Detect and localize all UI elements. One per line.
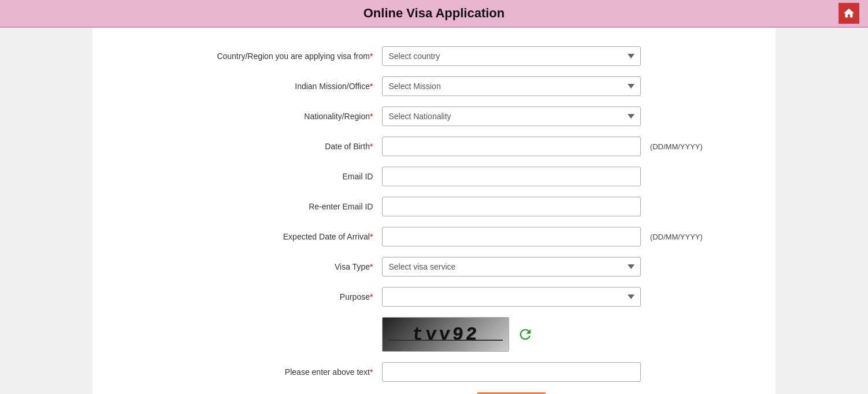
continue-row: Continue [110,389,758,394]
purpose-select[interactable] [382,287,640,307]
email-label: Email ID [110,163,377,190]
nationality-label: Nationality/Region* [110,103,377,130]
re-email-row: Re-enter Email ID [110,193,758,220]
captcha-required-star: * [370,367,373,377]
captcha-input[interactable] [382,362,640,382]
visa-type-select[interactable]: Select visa service [382,257,640,277]
dob-hint: (DD/MM/YYYY) [646,133,758,160]
visa-type-required-star: * [370,262,373,271]
country-required-star: * [370,51,373,61]
visa-type-label: Visa Type* [110,253,377,280]
header-bar: Online Visa Application [0,0,868,28]
captcha-line [388,340,503,341]
captcha-display-text: tvv92 [411,324,480,345]
nationality-row: Nationality/Region* Select Nationality [110,103,758,130]
mission-label: Indian Mission/Office* [110,73,377,100]
dob-input-cell [377,133,645,160]
purpose-required-star: * [370,292,373,301]
captcha-input-cell [377,359,645,385]
purpose-input-cell [377,283,645,310]
home-icon[interactable] [839,3,859,24]
dob-required-star: * [370,142,373,151]
purpose-label: Purpose* [110,283,377,310]
re-email-label: Re-enter Email ID [110,193,377,220]
continue-button-cell: Continue [377,389,645,394]
country-label: Country/Region you are applying visa fro… [110,43,377,69]
email-input[interactable] [382,167,640,186]
dob-label: Date of Birth* [110,133,377,160]
country-input-cell: Select country [377,43,645,69]
mission-select[interactable]: Select Mission [382,76,640,96]
mission-required-star: * [370,82,373,91]
re-email-input-cell [377,193,645,220]
captcha-image-row: tvv92 [110,314,758,355]
arrival-input-cell [377,223,645,250]
captcha-container: tvv92 [382,317,640,352]
country-row: Country/Region you are applying visa fro… [110,43,758,69]
captcha-input-label: Please enter above text* [110,359,377,385]
captcha-input-row: Please enter above text* [110,359,758,385]
application-form: Country/Region you are applying visa fro… [110,39,758,394]
captcha-image: tvv92 [382,317,509,352]
dob-input[interactable] [382,137,640,156]
nationality-select[interactable]: Select Nationality [382,106,640,126]
purpose-row: Purpose* [110,283,758,310]
page-title: Online Visa Application [0,6,868,21]
arrival-hint: (DD/MM/YYYY) [646,223,758,250]
mission-row: Indian Mission/Office* Select Mission [110,73,758,100]
email-row: Email ID [110,163,758,190]
arrival-label: Expected Date of Arrival* [110,223,377,250]
dob-row: Date of Birth* (DD/MM/YYYY) [110,133,758,160]
arrival-input[interactable] [382,227,640,246]
refresh-captcha-button[interactable] [516,325,535,344]
main-content: Country/Region you are applying visa fro… [92,28,776,394]
country-select[interactable]: Select country [382,46,640,66]
visa-type-row: Visa Type* Select visa service [110,253,758,280]
visa-type-input-cell: Select visa service [377,253,645,280]
nationality-input-cell: Select Nationality [377,103,645,130]
re-email-input[interactable] [382,197,640,216]
email-input-cell [377,163,645,190]
arrival-required-star: * [370,232,373,241]
captcha-image-cell: tvv92 [377,314,645,355]
mission-input-cell: Select Mission [377,73,645,100]
arrival-row: Expected Date of Arrival* (DD/MM/YYYY) [110,223,758,250]
nationality-required-star: * [370,112,373,121]
